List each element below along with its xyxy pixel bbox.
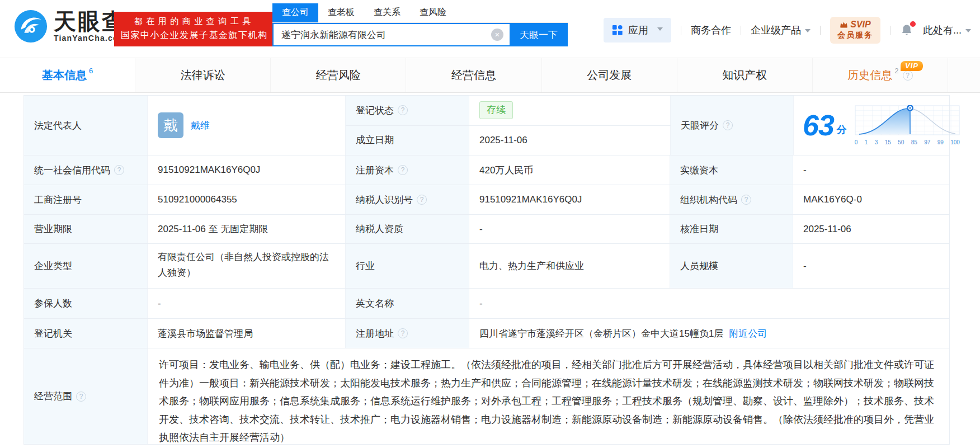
tab-company-development[interactable]: 公司发展 (541, 58, 677, 92)
logo[interactable]: 天眼查 TianYanCha.com (13, 9, 126, 44)
value-text: - (158, 298, 161, 309)
search-tab-risk[interactable]: 查风险 (410, 3, 456, 22)
help-icon[interactable]: ? (398, 165, 408, 175)
label-text: 天眼评分 (681, 119, 719, 132)
label-text: 核准日期 (680, 223, 718, 235)
field-label-org-code: 组织机构代码 ? (670, 185, 793, 214)
value-text: 许可项目：发电业务、输电业务、供（配）电业务；建设工程施工。（依法须经批准的项目… (159, 359, 934, 443)
tab-count: 2 (894, 67, 898, 75)
axis-tick: 15 (885, 139, 891, 145)
nav-enterprise-products[interactable]: 企业级产品 (751, 23, 811, 37)
avatar[interactable]: 戴 (158, 112, 183, 138)
field-value-credit-code: 91510921MAK16Y6Q0J (148, 155, 346, 185)
label-text: 注册地址 (356, 327, 394, 340)
field-value-insured: - (148, 289, 346, 318)
legal-rep-link[interactable]: 戴维 (191, 119, 210, 132)
crown-icon (840, 21, 848, 28)
apps-label: 应用 (628, 23, 648, 37)
clear-icon[interactable]: × (491, 29, 503, 41)
user-menu[interactable]: 此处有... (923, 23, 971, 37)
label-text: 组织机构代码 (680, 194, 737, 206)
tabbar-filler (948, 58, 980, 92)
score-axis: 0 1 3 15 50 85 97 99 100 (855, 139, 960, 145)
search-tab-company[interactable]: 查公司 (272, 3, 318, 22)
help-icon[interactable]: ? (114, 165, 124, 175)
tab-count: 6 (89, 67, 93, 75)
label-text: 企业类型 (34, 260, 72, 272)
status-badge: 存续 (479, 101, 513, 119)
label-text: 英文名称 (356, 297, 394, 310)
field-value-term: 2025-11-06 至 无固定期限 (148, 215, 346, 243)
search-button[interactable]: 天眼一下 (510, 23, 568, 46)
value-text: 有限责任公司（非自然人投资或控股的法人独资） (158, 249, 335, 281)
value-text: 91510921MAK16Y6Q0J (158, 164, 260, 176)
help-icon[interactable]: ? (903, 70, 913, 81)
field-label-insured: 参保人数 (24, 289, 148, 318)
search-area: 查公司 查老板 查关系 查风险 × 天眼一下 (272, 3, 568, 46)
tab-operating-risk[interactable]: 经营风险 (270, 58, 406, 92)
label-text: 注册资本 (356, 164, 394, 177)
field-label-score: 天眼评分 ? (671, 96, 794, 155)
search-row: × 天眼一下 (272, 23, 568, 46)
field-label-reg-no: 工商注册号 (24, 185, 148, 214)
notification-dot (910, 21, 916, 27)
label-text: 工商注册号 (34, 194, 82, 206)
mid-column: 登记状态 ? 存续 成立日期 2025-11-06 (346, 96, 671, 155)
field-label-english-name: 英文名称 (346, 289, 469, 318)
value-text: - (803, 261, 807, 272)
help-icon[interactable]: ? (741, 195, 751, 205)
label-text: 登记机关 (34, 327, 72, 340)
help-icon[interactable]: ? (723, 120, 733, 130)
field-value-reg-capital: 420万人民币 (469, 155, 670, 185)
chevron-down-icon (657, 27, 663, 34)
axis-tick: 85 (911, 139, 917, 145)
apps-menu[interactable]: 应用 (604, 18, 671, 43)
search-input[interactable] (274, 24, 510, 45)
svip-membership-badge[interactable]: SVIP 会员服务 (830, 17, 880, 44)
field-label-reg-capital: 注册资本 ? (346, 155, 469, 185)
slogan-banner: 都在用的商业查询工具 国家中小企业发展子基金旗下机构 (114, 12, 275, 46)
field-value-paid-capital: - (793, 155, 949, 185)
label-text: 人员规模 (680, 260, 718, 272)
tab-operating-info[interactable]: 经营信息 (406, 58, 541, 92)
score-number: 63 (803, 109, 834, 142)
chevron-down-icon (805, 29, 811, 35)
help-icon[interactable]: ? (76, 392, 86, 402)
table-row: 成立日期 2025-11-06 (346, 126, 671, 155)
help-icon[interactable]: ? (417, 195, 427, 205)
header: 天眼查 TianYanCha.com 都在用的商业查询工具 国家中小企业发展子基… (0, 0, 980, 58)
help-icon[interactable]: ? (398, 328, 408, 338)
search-tab-boss[interactable]: 查老板 (318, 3, 364, 22)
help-icon[interactable]: ? (398, 105, 408, 115)
field-label-company-type: 企业类型 (24, 244, 148, 288)
nav-divider (820, 26, 821, 35)
tab-label: 基本信息 (42, 68, 87, 83)
nearby-companies-link[interactable]: 附近公司 (729, 327, 767, 340)
label-text: 行业 (356, 260, 375, 272)
field-label-approval-date: 核准日期 (670, 215, 793, 243)
score-unit: 分 (837, 123, 847, 136)
axis-tick: 1 (865, 139, 868, 145)
value-text: 四川省遂宁市蓬溪经开区（金桥片区）金中大道15幢负1层 (479, 327, 723, 340)
company-info-table: 法定代表人 戴 戴维 登记状态 ? 存续 成立日期 2025-11- (23, 95, 950, 445)
svip-sublabel: 会员服务 (837, 30, 873, 40)
value-text: 420万人民币 (479, 164, 533, 177)
axis-tick: 0 (855, 139, 858, 145)
field-label-credit-code: 统一社会信用代码 ? (24, 155, 148, 185)
field-value-taxpayer-id: 91510921MAK16Y6Q0J (469, 185, 670, 214)
field-value-est-date: 2025-11-06 (469, 126, 671, 155)
value-text: 2025-11-06 (803, 224, 851, 235)
value-text: 510921000064355 (158, 194, 237, 205)
tab-legal-proceedings[interactable]: 法律诉讼 (135, 58, 270, 92)
nav-business-cooperation[interactable]: 商务合作 (691, 23, 731, 37)
tab-label: 知识产权 (722, 68, 767, 83)
notification-bell-icon[interactable] (900, 23, 913, 37)
search-tab-relation[interactable]: 查关系 (364, 3, 410, 22)
axis-tick: 3 (875, 139, 878, 145)
tab-intellectual-property[interactable]: 知识产权 (677, 58, 812, 92)
field-value-industry: 电力、热力生产和供应业 (469, 244, 670, 288)
tab-history-info[interactable]: VIP 历史信息2 ? (812, 58, 948, 92)
search-tabs: 查公司 查老板 查关系 查风险 (272, 3, 568, 23)
tab-basic-info[interactable]: 基本信息6 (0, 58, 135, 92)
svip-label: SVIP (850, 20, 870, 30)
